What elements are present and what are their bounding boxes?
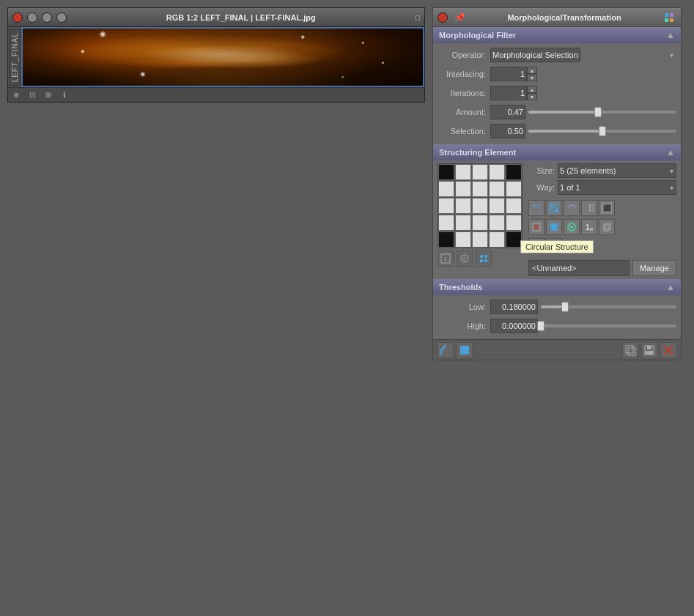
iterations-label: Iterations: [438,89,490,97]
grid-cell-2-0[interactable] [438,198,454,214]
grid-cell-3-4[interactable] [506,215,522,231]
close-button[interactable] [12,12,23,23]
grid-cell-2-1[interactable] [455,198,471,214]
nebula-image-area[interactable] [21,27,424,87]
grid-cell-1-2[interactable] [472,181,488,197]
amount-slider-thumb[interactable] [594,107,602,117]
grid-cell-4-0[interactable] [438,231,454,248]
selection-input[interactable] [490,124,525,138]
iterations-input[interactable] [490,86,527,100]
size-select[interactable]: 5 (25 elements) [558,163,676,178]
way-select-wrapper[interactable]: 1 of 1 [558,180,676,195]
grid-cell-2-2[interactable] [472,198,488,214]
corner-button[interactable]: □ [415,13,420,22]
thresholds-collapse-btn[interactable]: ▲ [666,282,675,292]
struct-btn-circle[interactable]: Circular Structure [564,219,580,235]
selection-slider-thumb[interactable] [599,126,606,136]
low-input[interactable] [490,300,538,314]
grid-icon-1[interactable]: 1 [438,251,454,267]
structuring-grid-wrapper: 1 0 [438,163,523,267]
preview-icon[interactable] [457,342,473,358]
amount-slider-container[interactable] [528,106,676,118]
selection-slider-container[interactable] [528,125,676,137]
grid-cell-1-4[interactable] [506,181,522,197]
grid-cell-0-3[interactable] [489,164,505,180]
high-slider-track[interactable] [541,324,676,327]
low-slider-container[interactable] [541,301,676,313]
grid-icon[interactable]: ⊞ [43,90,53,100]
grid-cell-3-1[interactable] [455,215,471,231]
struct-btn-fill[interactable] [546,219,562,235]
filter-form: Operator: Morphological Selection Interl… [433,43,681,144]
grid-cell-3-0[interactable] [438,215,454,231]
operator-select[interactable]: Morphological Selection [490,48,580,62]
sidebar-label[interactable]: LEFT_FINAL [9,29,21,86]
panel-extra-icon[interactable] [662,10,676,25]
iterations-spinners: ▲ ▼ [527,86,537,100]
grid-cell-1-0[interactable] [438,181,454,197]
grid-cell-3-2[interactable] [472,215,488,231]
grid-cell-2-4[interactable] [506,198,522,214]
save-icon[interactable] [641,342,657,358]
structuring-grid[interactable] [438,163,523,248]
high-slider-thumb[interactable] [537,321,545,331]
structure-name-input[interactable] [528,260,630,276]
grid-cell-3-3[interactable] [489,215,505,231]
high-slider-container[interactable] [541,320,676,332]
grid-cell-4-3[interactable] [489,231,505,248]
grid-icon-2[interactable]: 0 [457,251,473,267]
grid-cell-0-2[interactable] [472,164,488,180]
struct-btn-add[interactable] [546,238,562,254]
interlacing-up-btn[interactable]: ▲ [527,67,537,74]
struct-btn-star[interactable] [528,238,545,254]
grid-cell-4-1[interactable] [455,231,471,248]
struct-btn-flip-h[interactable] [581,200,597,216]
restore-button[interactable] [42,12,52,23]
grid-icon-3[interactable] [476,251,492,267]
size-select-wrapper[interactable]: 5 (25 elements) [558,163,676,178]
struct-btn-clear[interactable] [528,219,545,235]
size-label: Size: [528,166,555,175]
low-slider-thumb[interactable] [561,302,569,312]
selection-slider-track[interactable] [528,130,676,133]
close-discard-icon[interactable] [660,342,676,358]
fit-icon[interactable]: ⊡ [27,90,37,100]
filter-collapse-btn[interactable]: ▲ [666,30,675,40]
filter-section-title: Morphological Filter [439,31,516,40]
high-input[interactable] [490,319,538,333]
way-select[interactable]: 1 of 1 [558,180,676,195]
grid-cell-1-1[interactable] [455,181,471,197]
info-icon[interactable]: ℹ [59,90,70,100]
grid-cell-1-3[interactable] [489,181,505,197]
low-slider-track[interactable] [541,305,676,308]
manage-button[interactable]: Manage [632,260,676,276]
structuring-collapse-btn[interactable]: ▲ [666,147,675,157]
struct-btn-number[interactable]: 1 [581,219,597,235]
new-instance-icon[interactable] [622,342,638,358]
struct-btn-pattern1[interactable] [546,200,562,216]
struct-controls: Size: 5 (25 elements) Way: 1 of 1 [525,163,676,276]
grid-cell-2-3[interactable] [489,198,505,214]
amount-input[interactable] [490,105,525,119]
amount-slider-track[interactable] [528,111,676,114]
operator-select-wrapper[interactable]: Morphological Selection [490,48,676,62]
interlacing-down-btn[interactable]: ▼ [527,74,537,81]
grid-cell-0-1[interactable] [455,164,471,180]
minimize-button[interactable] [27,12,37,23]
iterations-down-btn[interactable]: ▼ [527,93,537,100]
maximize-button[interactable] [56,12,67,23]
struct-btn-invert[interactable]: ⬛ [599,200,615,216]
preview-selection-icon[interactable] [438,342,454,358]
zoom-icon[interactable]: ⊕ [11,90,21,100]
grid-cell-0-0[interactable] [438,164,454,180]
struct-btn-copy[interactable] [599,219,615,235]
grid-cell-0-4[interactable] [506,164,522,180]
grid-cell-4-4[interactable] [506,231,522,248]
grid-cell-4-2[interactable] [472,231,488,248]
panel-pin-icon[interactable]: 📌 [452,10,467,25]
interlacing-input[interactable] [490,67,527,81]
panel-close-button[interactable] [438,12,448,23]
struct-btn-rotate-right[interactable] [564,200,580,216]
struct-btn-rotate-left[interactable] [528,200,545,216]
iterations-up-btn[interactable]: ▲ [527,86,537,93]
